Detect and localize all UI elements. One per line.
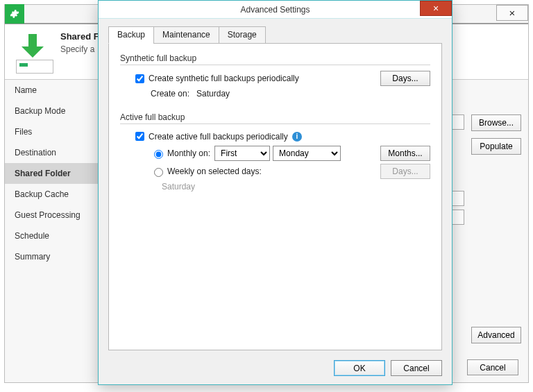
close-icon: × xyxy=(509,8,516,18)
synthetic-checkbox[interactable] xyxy=(135,74,144,83)
wizard-cancel-button[interactable]: Cancel xyxy=(467,359,518,375)
browse-button[interactable]: Browse... xyxy=(471,114,521,131)
tab-storage[interactable]: Storage xyxy=(219,26,266,44)
weekly-label: Weekly on selected days: xyxy=(167,167,262,176)
sidebar-item-guest-processing[interactable]: Guest Processing xyxy=(5,205,109,225)
sidebar-item-shared-folder[interactable]: Shared Folder xyxy=(5,163,109,184)
synthetic-days-button[interactable]: Days... xyxy=(380,71,430,86)
drive-icon xyxy=(16,60,53,74)
close-icon: × xyxy=(433,3,439,14)
ordinal-select[interactable]: First xyxy=(214,146,270,161)
monthly-label: Monthly on: xyxy=(167,148,210,158)
sidebar-item-destination[interactable]: Destination xyxy=(5,142,109,163)
sidebar-item-files[interactable]: Files xyxy=(5,121,109,142)
tab-backup-page: Synthetic full backup Create synthetic f… xyxy=(108,44,442,350)
dialog-content: Backup Maintenance Storage Synthetic ful… xyxy=(99,19,452,355)
wizard-close-button[interactable]: × xyxy=(496,5,528,21)
svg-marker-0 xyxy=(22,34,44,58)
weekly-radio-row[interactable]: Weekly on selected days: xyxy=(151,166,262,177)
dialog-title: Advanced Settings xyxy=(240,5,310,15)
populate-button[interactable]: Populate xyxy=(471,138,521,155)
sidebar-item-schedule[interactable]: Schedule xyxy=(5,225,109,246)
active-checkbox-label: Create active full backups periodically xyxy=(149,132,288,142)
divider xyxy=(120,65,430,65)
dialog-titlebar: Advanced Settings × xyxy=(99,1,452,19)
weekly-value: Saturday xyxy=(162,182,195,191)
active-group-title: Active full backup xyxy=(120,112,430,122)
monthly-radio[interactable] xyxy=(154,150,163,159)
synthetic-checkbox-label: Create synthetic full backups periodical… xyxy=(149,74,299,83)
sidebar-item-name[interactable]: Name xyxy=(5,80,109,101)
weekday-select[interactable]: Monday xyxy=(273,146,341,161)
sidebar-item-backup-cache[interactable]: Backup Cache xyxy=(5,184,109,205)
months-button[interactable]: Months... xyxy=(380,146,430,161)
advanced-button[interactable]: Advanced xyxy=(471,327,521,343)
sidebar-item-backup-mode[interactable]: Backup Mode xyxy=(5,101,109,121)
divider xyxy=(120,123,430,124)
weekly-days-button[interactable]: Days... xyxy=(380,164,430,179)
info-icon: i xyxy=(292,132,302,142)
synthetic-create-on-label: Create on: xyxy=(151,89,189,99)
dialog-close-button[interactable]: × xyxy=(420,1,452,16)
tab-maintenance[interactable]: Maintenance xyxy=(153,26,219,44)
synthetic-create-on-value: Saturday xyxy=(196,89,230,99)
active-checkbox[interactable] xyxy=(135,132,144,141)
active-checkbox-row[interactable]: Create active full backups periodically xyxy=(133,130,288,143)
synthetic-checkbox-row[interactable]: Create synthetic full backups periodical… xyxy=(133,72,299,85)
monthly-radio-row[interactable]: Monthly on: First Monday xyxy=(151,146,341,161)
wizard-sidebar: NameBackup ModeFilesDestinationShared Fo… xyxy=(5,80,109,352)
gear-icon xyxy=(5,4,24,24)
sidebar-item-summary[interactable]: Summary xyxy=(5,246,109,267)
tabstrip: Backup Maintenance Storage xyxy=(108,26,442,44)
ok-button[interactable]: OK xyxy=(334,360,385,376)
dialog-button-bar: OK Cancel xyxy=(99,355,452,384)
synthetic-group-title: Synthetic full backup xyxy=(120,53,430,63)
tab-backup[interactable]: Backup xyxy=(108,26,154,44)
advanced-settings-dialog: Advanced Settings × Backup Maintenance S… xyxy=(98,0,452,385)
dialog-cancel-button[interactable]: Cancel xyxy=(391,360,442,376)
weekly-radio[interactable] xyxy=(154,168,163,177)
